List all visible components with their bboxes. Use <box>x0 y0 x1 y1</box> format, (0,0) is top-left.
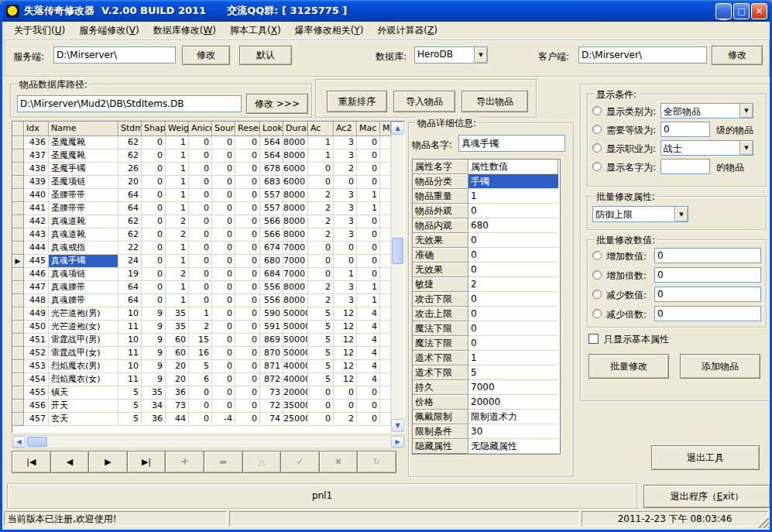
grid-cell[interactable]: 8000 <box>283 281 308 294</box>
grid-cell[interactable]: 4 <box>357 334 380 347</box>
exit-tool-button[interactable]: 退出工具 <box>651 445 760 470</box>
grid-cell[interactable]: 5 <box>118 400 142 413</box>
grid-cell[interactable]: 0 <box>189 255 212 268</box>
grid-cell[interactable] <box>380 242 391 255</box>
chevron-down-icon[interactable]: ▼ <box>739 141 753 155</box>
grid-cell[interactable]: 1 <box>166 176 189 189</box>
grid-column-header[interactable]: Sourc <box>212 122 235 136</box>
table-row[interactable]: 441圣腰带带64010005578000231 <box>12 202 391 215</box>
titlebar[interactable]: 失落传奇修改器 V.2.00 BUILD 2011 交流QQ群: [ 31257… <box>0 0 772 22</box>
grid-cell[interactable]: 0 <box>189 268 212 281</box>
grid-cell[interactable]: 1 <box>357 294 380 307</box>
grid-cell[interactable]: 3 <box>334 281 357 294</box>
grid-cell[interactable]: 0 <box>189 176 212 189</box>
grid-cell[interactable]: 564 <box>260 136 283 149</box>
grid-cell[interactable]: 0 <box>357 400 380 413</box>
grid-cell[interactable]: 0 <box>235 347 260 360</box>
grid-cell[interactable]: 圣腰带带 <box>49 189 118 202</box>
grid-column-header[interactable]: Shape <box>142 122 166 136</box>
grid-cell[interactable]: 26 <box>118 163 142 176</box>
grid-cell[interactable]: 0 <box>212 176 235 189</box>
server-path-input[interactable] <box>53 46 176 63</box>
grid-cell[interactable]: 0 <box>235 149 260 163</box>
grid-cell[interactable]: 440 <box>24 189 49 202</box>
grid-column-header[interactable]: Ma <box>380 122 391 136</box>
property-row[interactable]: 限制条件30 <box>413 424 560 439</box>
grid-cell[interactable]: 0 <box>308 176 334 189</box>
grid-cell[interactable]: 6 <box>189 373 212 386</box>
grid-cell[interactable]: 35 <box>166 321 189 334</box>
grid-cell[interactable]: 44 <box>166 413 189 426</box>
grid-cell[interactable]: 1 <box>308 149 334 163</box>
property-row[interactable]: 无效果0 <box>413 263 560 277</box>
grid-cell[interactable]: 438 <box>24 163 49 176</box>
grid-cell[interactable]: 62 <box>118 136 142 149</box>
grid-cell[interactable]: 50000 <box>283 321 308 334</box>
grid-cell[interactable]: 0 <box>357 163 380 176</box>
grid-cell[interactable] <box>380 189 391 202</box>
batch-attribute-select[interactable]: 防御上限 ▼ <box>592 206 688 222</box>
grid-cell[interactable]: 4 <box>357 360 380 373</box>
grid-cell[interactable]: 62 <box>118 228 142 242</box>
grid-cell[interactable]: 真魂项链 <box>49 268 118 281</box>
grid-cell[interactable]: 0 <box>212 321 235 334</box>
add-item-button[interactable]: 添加物品 <box>680 354 760 379</box>
property-value[interactable]: 1 <box>468 189 558 204</box>
grid-cell[interactable]: 73 <box>260 386 283 400</box>
property-value[interactable]: 680 <box>468 218 558 233</box>
grid-cell[interactable]: 50000 <box>283 334 308 347</box>
grid-cell[interactable]: 0 <box>357 149 380 163</box>
grid-cell[interactable]: 9 <box>142 347 166 360</box>
grid-cell[interactable]: 12 <box>334 321 357 334</box>
grid-cell[interactable]: 9 <box>142 307 166 321</box>
property-row[interactable]: 佩戴限制限制道术力 <box>413 410 560 424</box>
nav-insert-button[interactable]: ✚ <box>165 451 204 473</box>
grid-cell[interactable]: 1 <box>166 163 189 176</box>
grid-cell[interactable]: 451 <box>24 334 49 347</box>
grid-cell[interactable]: 437 <box>24 149 49 163</box>
grid-cell[interactable]: 1 <box>166 294 189 307</box>
grid-cell[interactable]: 2 <box>308 228 334 242</box>
grid-cell[interactable]: 72 <box>260 400 283 413</box>
grid-cell[interactable]: 35000 <box>283 400 308 413</box>
grid-cell[interactable]: 0 <box>189 202 212 215</box>
property-row[interactable]: 物品重量1 <box>413 189 560 204</box>
grid-cell[interactable]: 452 <box>24 347 49 360</box>
table-row[interactable]: ▶445真魂手镯24010006807000000 <box>12 255 391 268</box>
grid-cell[interactable]: 0 <box>235 360 260 373</box>
grid-cell[interactable]: 684 <box>260 268 283 281</box>
property-row[interactable]: 魔法下限0 <box>413 336 560 351</box>
server-modify-button[interactable]: 修改 <box>182 46 230 65</box>
grid-column-header[interactable]: Ac <box>308 122 334 136</box>
grid-cell[interactable]: 11 <box>118 347 142 360</box>
property-value[interactable]: 0 <box>468 263 558 277</box>
grid-cell[interactable]: 真魂手镯 <box>49 255 118 268</box>
grid-cell[interactable]: 0 <box>142 176 166 189</box>
property-row[interactable]: 准确0 <box>413 248 560 263</box>
grid-cell[interactable]: 2 <box>166 215 189 228</box>
property-row[interactable]: 物品内观680 <box>413 218 560 233</box>
grid-cell[interactable] <box>380 386 391 400</box>
grid-column-header[interactable]: Looks <box>260 122 283 136</box>
vertical-scroll-thumb[interactable] <box>392 238 403 264</box>
grid-cell[interactable]: 50000 <box>283 347 308 360</box>
grid-cell[interactable]: 40000 <box>283 360 308 373</box>
grid-cell[interactable]: 5 <box>118 413 142 426</box>
grid-cell[interactable]: 8000 <box>283 202 308 215</box>
grid-cell[interactable]: 0 <box>212 373 235 386</box>
grid-cell[interactable]: 2 <box>308 202 334 215</box>
grid-cell[interactable]: 453 <box>24 360 49 373</box>
grid-cell[interactable]: -4 <box>212 413 235 426</box>
filter-name-radio[interactable] <box>592 162 602 171</box>
grid-cell[interactable]: 0 <box>235 202 260 215</box>
property-value[interactable]: 5 <box>468 366 558 380</box>
grid-cell[interactable]: 0 <box>212 347 235 360</box>
nav-cancel-button[interactable]: ✖ <box>319 451 359 473</box>
resort-button[interactable]: 重新排序 <box>327 91 387 112</box>
grid-cell[interactable]: 5 <box>308 373 334 386</box>
grid-cell[interactable]: 镇天 <box>49 386 118 400</box>
grid-cell[interactable]: 872 <box>260 373 283 386</box>
grid-cell[interactable] <box>380 400 391 413</box>
grid-cell[interactable]: 0 <box>334 176 357 189</box>
grid-cell[interactable]: 0 <box>142 215 166 228</box>
